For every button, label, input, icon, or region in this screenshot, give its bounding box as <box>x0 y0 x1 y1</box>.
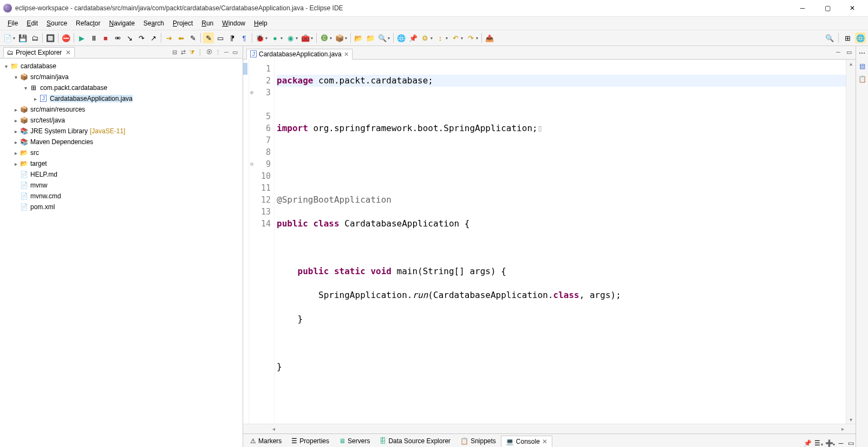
menu-file[interactable]: File <box>3 18 22 28</box>
folding-collapse-icon[interactable]: ⊖ <box>250 158 253 170</box>
disconnect-button[interactable]: ⚮ <box>112 33 123 43</box>
minimize-bottom-button[interactable]: ─ <box>836 439 846 447</box>
scroll-up-icon[interactable]: ▴ <box>850 60 852 68</box>
scroll-left-icon[interactable]: ◂ <box>270 426 277 432</box>
menu-navigate[interactable]: Navigate <box>105 18 139 28</box>
new-button[interactable]: 📄 <box>2 33 13 43</box>
tree-jre-library[interactable]: ▸ 📚 JRE System Library [JavaSE-11] <box>0 126 243 137</box>
save-all-button[interactable]: 🗂 <box>29 33 40 43</box>
pilcrow-button[interactable]: ¶ <box>239 33 250 43</box>
menu-help[interactable]: Help <box>250 18 272 28</box>
suspend-button[interactable]: ⏸ <box>88 33 99 43</box>
search-button[interactable]: 🔍 <box>377 33 388 43</box>
tab-servers[interactable]: 🖥Servers <box>334 435 375 447</box>
maximize-editor-button[interactable]: ▭ <box>844 47 854 57</box>
run-button[interactable]: ● <box>270 33 280 43</box>
filter-button[interactable]: ⧩ <box>187 48 196 56</box>
menu-run[interactable]: Run <box>197 18 218 28</box>
expand-icon[interactable]: ▾ <box>22 85 29 91</box>
pin-editor-button[interactable]: 📌 <box>408 33 419 43</box>
tree-mvnw-cmd[interactable]: 📄 mvnw.cmd <box>0 191 243 202</box>
tree-package[interactable]: ▾ ⊞ com.packt.cardatabase <box>0 82 243 93</box>
vertical-scrollbar[interactable]: ▴ ▾ <box>846 60 856 424</box>
minimize-button[interactable]: ─ <box>790 0 815 16</box>
external-tools-button[interactable]: 🧰 <box>300 33 311 43</box>
scroll-right-icon[interactable]: ▸ <box>839 426 846 432</box>
menu-project[interactable]: Project <box>168 18 197 28</box>
save-button[interactable]: 💾 <box>17 33 28 43</box>
expand-icon[interactable]: ▸ <box>12 161 19 167</box>
project-tree[interactable]: ▾ 📁 cardatabase ▾ 📦 src/main/java ▾ ⊞ co… <box>0 59 243 447</box>
menu-source[interactable]: Source <box>42 18 71 28</box>
minimize-editor-button[interactable]: ─ <box>833 47 843 57</box>
expand-icon[interactable]: ▸ <box>31 96 39 102</box>
tasks-trim-icon[interactable]: 📋 <box>857 74 867 84</box>
coverage-button[interactable]: ◉ <box>285 33 296 43</box>
web-browser-button[interactable]: 🌐 <box>396 33 407 43</box>
tab-data-source-explorer[interactable]: 🗄Data Source Explorer <box>375 435 455 447</box>
maximize-button[interactable]: ▢ <box>815 0 840 16</box>
open-type-button[interactable]: 📂 <box>353 33 364 43</box>
step-into-button[interactable]: ↘ <box>124 33 135 43</box>
resume-button[interactable]: ▶ <box>76 33 87 43</box>
new-dropdown[interactable]: ▾ <box>13 36 15 41</box>
skip-breakpoints-button[interactable]: ⛔ <box>61 33 71 43</box>
close-button[interactable]: ✕ <box>840 0 865 16</box>
coverage-dropdown[interactable]: ▾ <box>296 36 298 41</box>
show-whitespace-button[interactable]: ⁋ <box>227 33 238 43</box>
expand-icon[interactable]: ▸ <box>12 118 19 124</box>
tree-pom-xml[interactable]: 📄 pom.xml <box>0 202 243 212</box>
expand-icon[interactable]: ▸ <box>12 139 19 145</box>
run-dropdown[interactable]: ▾ <box>280 36 283 41</box>
expand-icon[interactable]: ▾ <box>12 74 19 80</box>
tree-src-main-resources[interactable]: ▸ 📦 src/main/resources <box>0 104 243 115</box>
minimize-view-button[interactable]: ─ <box>222 48 231 56</box>
close-tab-icon[interactable]: ✕ <box>344 51 349 58</box>
tree-target-folder[interactable]: ▸ 📂 target <box>0 158 243 169</box>
expand-icon[interactable]: ▾ <box>2 63 10 69</box>
last-edit-button[interactable]: ✎ <box>187 33 198 43</box>
tree-mvnw[interactable]: 📄 mvnw <box>0 180 243 191</box>
expand-icon[interactable]: ▸ <box>12 128 19 134</box>
trim-menu-icon[interactable]: ⋯ <box>857 48 867 58</box>
focus-task-button[interactable]: ⦿ <box>205 48 213 56</box>
toggle-breadcrumb-button[interactable]: 🔲 <box>45 33 56 43</box>
open-perspective-button[interactable]: ⊞ <box>842 33 853 43</box>
forward-button[interactable]: ↷ <box>465 33 476 43</box>
next-annotation-button[interactable]: ➔ <box>164 33 174 43</box>
pin-console-button[interactable]: 📌 <box>802 439 812 447</box>
line-number-gutter[interactable]: 1 2 3⊕ 5 6 7 8 9⊖ 10 11 12 13 14 <box>249 60 275 424</box>
expand-icon[interactable]: ▸ <box>12 107 19 113</box>
tree-maven-deps[interactable]: ▸ 📚 Maven Dependencies <box>0 137 243 147</box>
block-selection-button[interactable]: ▭ <box>215 33 226 43</box>
tree-src-main-java[interactable]: ▾ 📦 src/main/java <box>0 72 243 82</box>
close-view-icon[interactable]: ✕ <box>66 49 71 56</box>
link-editor-button[interactable]: ⇄ <box>179 48 187 56</box>
tree-java-file[interactable]: ▸ 🄹 CardatabaseApplication.java <box>0 93 243 104</box>
tree-src-folder[interactable]: ▸ 📂 src <box>0 147 243 158</box>
maximize-view-button[interactable]: ▭ <box>231 48 239 56</box>
external-tools-dropdown[interactable]: ▾ <box>311 36 313 41</box>
new-java-package-button[interactable]: 📦 <box>334 33 345 43</box>
new-java-class-button[interactable]: 🅒 <box>319 33 330 43</box>
folding-expand-icon[interactable]: ⊕ <box>250 87 253 99</box>
tab-properties[interactable]: ☰Properties <box>286 435 334 447</box>
tab-markers[interactable]: ⚠Markers <box>245 435 286 447</box>
project-explorer-tab[interactable]: 🗂 Project Explorer ✕ <box>3 47 75 57</box>
code-area[interactable]: package com.packt.cardatabase; import or… <box>275 60 846 424</box>
tab-snippets[interactable]: 📋Snippets <box>455 435 501 447</box>
menu-window[interactable]: Window <box>218 18 250 28</box>
tree-project[interactable]: ▾ 📁 cardatabase <box>0 61 243 72</box>
collapse-all-button[interactable]: ⊟ <box>170 48 179 56</box>
prev-annotation-button[interactable]: ⬅ <box>175 33 186 43</box>
outline-trim-icon[interactable]: ▤ <box>857 61 867 71</box>
java-ee-perspective-button[interactable]: 🌐 <box>855 33 866 43</box>
maximize-bottom-button[interactable]: ▭ <box>846 439 856 447</box>
menu-edit[interactable]: Edit <box>22 18 42 28</box>
tree-help-md[interactable]: 📄 HELP.md <box>0 169 243 180</box>
editor-tab-cardatabase[interactable]: 🄹 CardatabaseApplication.java ✕ <box>246 49 353 60</box>
open-task-button[interactable]: 📁 <box>365 33 376 43</box>
debug-button[interactable]: 🐞 <box>254 33 265 43</box>
tree-src-test-java[interactable]: ▸ 📦 src/test/java <box>0 115 243 126</box>
horizontal-scrollbar[interactable]: ◂ ▸ <box>243 424 856 433</box>
